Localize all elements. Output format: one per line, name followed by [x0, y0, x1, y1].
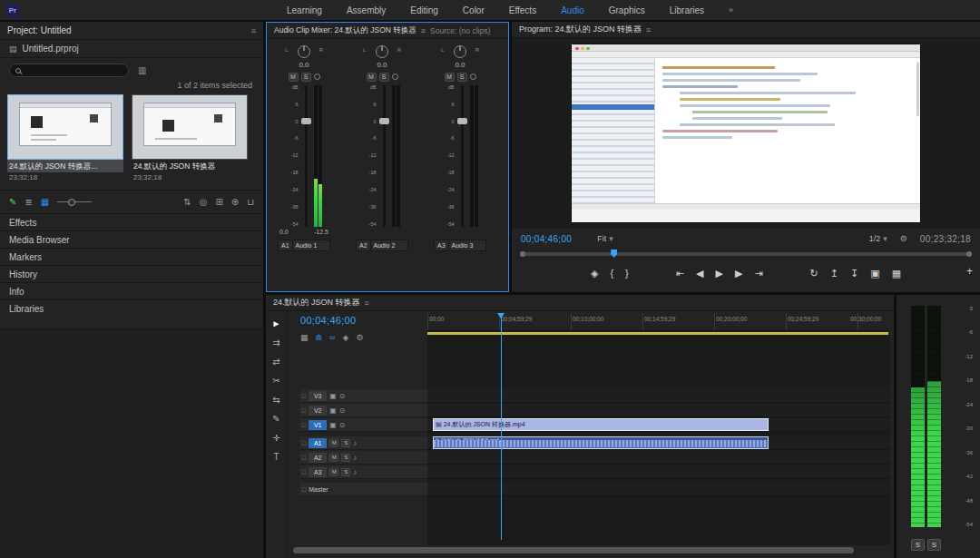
button-editor-plus[interactable]: + [966, 265, 973, 278]
play-button[interactable]: ▶ [715, 268, 722, 279]
track-badge-a3[interactable]: A3 [309, 467, 327, 477]
timeline-scrollbar[interactable] [293, 547, 854, 553]
snap-magnet-icon[interactable]: ⋒ [316, 333, 323, 342]
solo-button[interactable]: S [379, 73, 389, 82]
timeline-playhead[interactable] [501, 313, 502, 540]
sidebar-tab-markers[interactable]: Markers [0, 248, 263, 265]
panel-menu-icon[interactable]: ≡ [421, 26, 426, 35]
pan-value[interactable]: 0.0 [377, 61, 387, 71]
work-area-bar[interactable] [427, 332, 888, 335]
scrubber-playhead[interactable] [611, 250, 617, 258]
mute-button[interactable]: M [445, 73, 455, 82]
volume-fader[interactable] [383, 85, 386, 227]
write-keyframes-icon[interactable] [470, 73, 476, 80]
sync-lock-icon[interactable]: ▣ [329, 392, 337, 400]
track-select-tool[interactable]: ⇉ [272, 338, 279, 348]
project-item-2[interactable]: 24.默认的 JSON 转换器 23;32;18 [132, 94, 248, 182]
pan-knob[interactable] [298, 45, 310, 58]
track-lane-v2[interactable] [427, 404, 890, 417]
go-to-out-button[interactable]: ⇥ [754, 268, 762, 279]
source-monitor-tab[interactable]: Source: (no clips) [430, 26, 490, 35]
track-badge-a1[interactable]: A1 [309, 438, 327, 448]
solo-button[interactable]: S [457, 73, 467, 82]
mute-button[interactable]: M [289, 73, 299, 82]
writable-toggle-icon[interactable]: ✎ [9, 197, 16, 207]
selection-tool[interactable]: ► [272, 318, 281, 328]
pan-knob[interactable] [376, 45, 388, 58]
mic-icon[interactable]: ♪ [353, 454, 357, 462]
volume-fader[interactable] [461, 85, 464, 227]
ripple-edit-tool[interactable]: ⇄ [272, 357, 279, 367]
workspace-tab-graphics[interactable]: Graphics [609, 5, 645, 15]
list-view-icon[interactable]: ≣ [24, 197, 32, 207]
pan-value[interactable]: 0.0 [455, 61, 465, 71]
panel-view-icon[interactable]: ▥ [138, 65, 146, 75]
workspace-tab-audio[interactable]: Audio [561, 5, 584, 15]
track-solo-button[interactable]: S [341, 454, 350, 462]
mark-out-button[interactable]: } [625, 268, 629, 279]
mic-icon[interactable]: ♪ [353, 468, 357, 476]
mic-icon[interactable]: ♪ [353, 439, 357, 447]
volume-fader[interactable] [305, 85, 308, 227]
program-tab[interactable]: Program: 24.默认的 JSON 转换器 [519, 24, 642, 35]
project-item-1[interactable]: 24.默认的 JSON 转换器... 23;32;18 [7, 94, 123, 182]
fader-handle[interactable] [379, 118, 389, 124]
fader-db-value[interactable]: 0.0 [279, 229, 289, 238]
settings-wrench-icon[interactable]: ⚙ [900, 234, 907, 243]
workspace-tab-learning[interactable]: Learning [287, 5, 322, 15]
mark-in-button[interactable]: { [610, 268, 613, 279]
audio-clip[interactable]: fx 24.默认的 JSON 转换器.mp4 [433, 436, 769, 449]
pan-knob[interactable] [454, 45, 466, 58]
eye-icon[interactable]: ⊙ [339, 392, 346, 400]
track-lane-a1[interactable]: fx 24.默认的 JSON 转换器.mp4 [427, 436, 890, 450]
timeline-current-timecode[interactable]: 00;04;46;00 [300, 315, 356, 326]
search-input[interactable] [24, 66, 115, 75]
loop-button[interactable]: ↻ [810, 268, 818, 279]
export-frame-button[interactable]: ▣ [870, 268, 879, 279]
master-track-label[interactable]: Master [309, 486, 328, 493]
icon-view-icon[interactable]: ▦ [41, 197, 49, 207]
panel-menu-icon[interactable]: ≡ [251, 26, 256, 35]
track-solo-button[interactable]: S [341, 468, 350, 476]
nest-toggle-icon[interactable]: ▦ [300, 333, 309, 342]
pen-tool[interactable]: ✎ [272, 414, 279, 424]
project-file-item[interactable]: ▤ Untitled.prproj [0, 40, 263, 58]
timeline-settings-icon[interactable]: ⚙ [356, 333, 363, 342]
sidebar-tab-libraries[interactable]: Libraries [0, 299, 263, 317]
clip-thumbnail-2[interactable] [132, 94, 248, 160]
add-marker-icon[interactable]: ◈ [342, 333, 348, 342]
workspace-tab-editing[interactable]: Editing [410, 5, 438, 15]
type-tool[interactable]: T [273, 452, 279, 462]
scrubber-track[interactable] [521, 252, 971, 256]
solo-left-button[interactable]: S [911, 539, 925, 551]
track-lane-v3[interactable] [427, 389, 890, 403]
new-bin-icon[interactable]: ⊞ [215, 197, 222, 207]
track-badge-v3[interactable]: V3 [309, 391, 327, 401]
fit-dropdown[interactable]: Fit ▾ [597, 234, 613, 243]
track-badge-v1[interactable]: V1 [309, 420, 327, 430]
track-lane-a3[interactable] [427, 465, 890, 479]
lock-icon[interactable]: □ [302, 422, 306, 428]
mute-button[interactable]: M [367, 73, 377, 82]
delete-icon[interactable]: ⊔ [247, 197, 254, 207]
panel-menu-icon[interactable]: ≡ [365, 299, 369, 308]
step-forward-button[interactable]: ▶ [735, 268, 742, 279]
sync-lock-icon[interactable]: ▣ [329, 421, 337, 429]
solo-button[interactable]: S [301, 73, 311, 82]
clip-thumbnail-1[interactable] [7, 94, 123, 160]
eye-icon[interactable]: ⊙ [339, 421, 346, 429]
linked-selection-icon[interactable]: ∞ [329, 333, 335, 342]
write-keyframes-icon[interactable] [314, 73, 320, 80]
extract-button[interactable]: ↧ [850, 268, 858, 279]
fader-handle[interactable] [457, 118, 467, 124]
panel-menu-icon[interactable]: ≡ [646, 25, 651, 34]
workspace-tab-assembly[interactable]: Assembly [347, 5, 386, 15]
sidebar-tab-info[interactable]: Info [0, 282, 263, 299]
razor-tool[interactable]: ✂ [272, 376, 279, 386]
solo-right-button[interactable]: S [927, 539, 941, 551]
sync-lock-icon[interactable]: ▣ [329, 406, 337, 415]
track-lane-master[interactable] [427, 483, 890, 496]
pan-value[interactable]: 0.0 [299, 61, 309, 71]
sequence-tab[interactable]: 24.默认的 JSON 转换器 [273, 297, 360, 308]
program-scrubber[interactable] [521, 250, 971, 258]
